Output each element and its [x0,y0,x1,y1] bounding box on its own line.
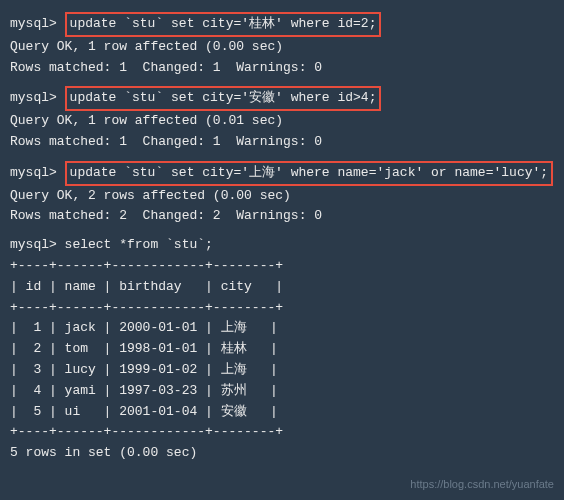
update-query-1: update `stu` set city='桂林' where id=2; [65,12,382,37]
rows-matched-3: Rows matched: 2 Changed: 2 Warnings: 0 [10,206,554,227]
query-result-ok-2: Query OK, 1 row affected (0.01 sec) [10,111,554,132]
mysql-prompt: mysql> [10,163,65,184]
update-query-2: update `stu` set city='安徽' where id>4; [65,86,382,111]
select-query: select *from `stu`; [65,235,213,256]
table-header: | id | name | birthday | city | [10,277,554,298]
mysql-prompt: mysql> [10,14,65,35]
watermark-text: https://blog.csdn.net/yuanfate [410,476,554,494]
table-separator: +----+------+------------+--------+ [10,422,554,443]
rows-matched-2: Rows matched: 1 Changed: 1 Warnings: 0 [10,132,554,153]
table-separator: +----+------+------------+--------+ [10,298,554,319]
query-result-ok-3: Query OK, 2 rows affected (0.00 sec) [10,186,554,207]
command-line-4: mysql> select *from `stu`; [10,235,554,256]
mysql-prompt: mysql> [10,235,65,256]
table-row: | 3 | lucy | 1999-01-02 | 上海 | [10,360,554,381]
command-line-3: mysql> update `stu` set city='上海' where … [10,161,554,186]
command-line-2: mysql> update `stu` set city='安徽' where … [10,86,554,111]
table-row: | 4 | yami | 1997-03-23 | 苏州 | [10,381,554,402]
table-row: | 1 | jack | 2000-01-01 | 上海 | [10,318,554,339]
mysql-prompt: mysql> [10,88,65,109]
row-count-result: 5 rows in set (0.00 sec) [10,443,554,464]
rows-matched-1: Rows matched: 1 Changed: 1 Warnings: 0 [10,58,554,79]
table-row: | 5 | ui | 2001-01-04 | 安徽 | [10,402,554,423]
table-row: | 2 | tom | 1998-01-01 | 桂林 | [10,339,554,360]
query-result-ok-1: Query OK, 1 row affected (0.00 sec) [10,37,554,58]
update-query-3: update `stu` set city='上海' where name='j… [65,161,553,186]
table-separator: +----+------+------------+--------+ [10,256,554,277]
command-line-1: mysql> update `stu` set city='桂林' where … [10,12,554,37]
